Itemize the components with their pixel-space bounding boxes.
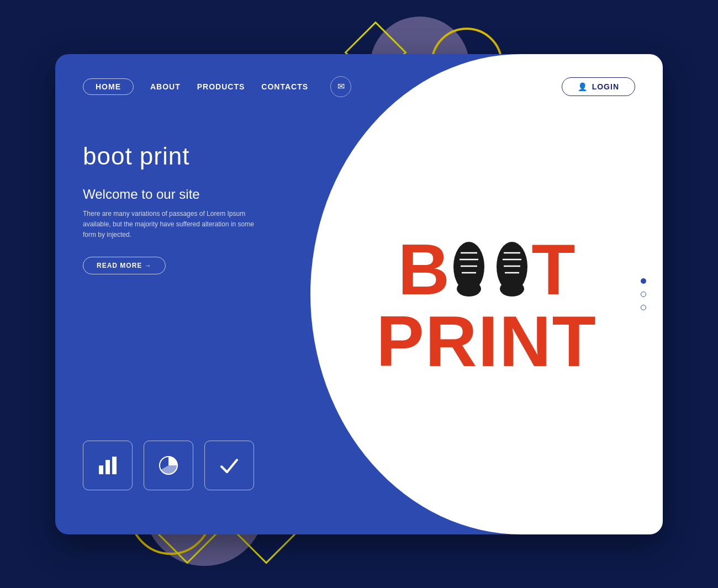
login-button[interactable]: 👤 LOGIN bbox=[562, 77, 635, 96]
user-icon: 👤 bbox=[578, 82, 588, 91]
svg-point-11 bbox=[500, 281, 524, 296]
right-content: B bbox=[310, 54, 663, 534]
main-card: HOME ABOUT PRODUCTS CONTACTS ✉ 👤 LOGIN b… bbox=[55, 54, 663, 534]
login-label: LOGIN bbox=[592, 82, 619, 91]
products-link[interactable]: PRODUCTS bbox=[197, 82, 245, 91]
welcome-text: There are many variations of passages of… bbox=[83, 209, 260, 241]
feature-box-checkmark[interactable] bbox=[204, 441, 254, 490]
svg-point-5 bbox=[457, 281, 481, 296]
welcome-heading: Welcome to our site bbox=[83, 187, 304, 202]
read-more-button[interactable]: READ MORE → bbox=[83, 257, 166, 274]
brand-top-row: B bbox=[398, 234, 575, 305]
feature-box-bar-chart[interactable] bbox=[83, 441, 133, 490]
left-boot-print bbox=[450, 236, 488, 297]
checkmark-icon bbox=[218, 454, 240, 476]
contacts-link[interactable]: CONTACTS bbox=[261, 82, 308, 91]
dots-indicator bbox=[641, 278, 646, 310]
email-icon-button[interactable]: ✉ bbox=[330, 76, 351, 97]
left-content: boot print Welcome to our site There are… bbox=[83, 142, 304, 275]
dot-3[interactable] bbox=[641, 305, 646, 310]
about-link[interactable]: ABOUT bbox=[150, 82, 181, 91]
svg-rect-0 bbox=[99, 465, 103, 474]
navbar: HOME ABOUT PRODUCTS CONTACTS ✉ 👤 LOGIN bbox=[55, 54, 663, 119]
dot-1[interactable] bbox=[641, 278, 646, 284]
svg-rect-2 bbox=[112, 457, 117, 474]
right-boot-print bbox=[493, 236, 531, 297]
brand-bottom-row: PRINT bbox=[376, 305, 597, 377]
features-row bbox=[83, 441, 254, 490]
home-button[interactable]: HOME bbox=[83, 78, 134, 95]
boot-prints bbox=[450, 236, 531, 303]
brand-logo: B bbox=[376, 211, 597, 377]
feature-box-pie-chart[interactable] bbox=[144, 441, 193, 490]
bar-chart-icon bbox=[97, 454, 119, 476]
brand-letter-b: B bbox=[398, 234, 450, 305]
site-title: boot print bbox=[83, 142, 304, 170]
brand-letter-t: T bbox=[531, 234, 575, 305]
dot-2[interactable] bbox=[641, 292, 646, 297]
svg-rect-1 bbox=[105, 460, 110, 474]
pie-chart-icon bbox=[157, 454, 180, 476]
